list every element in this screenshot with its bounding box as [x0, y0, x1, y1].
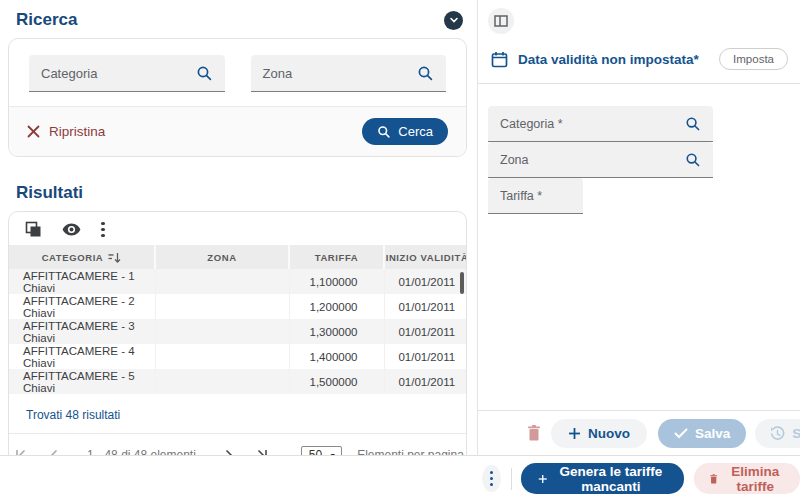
detail-tariffa-field[interactable]: Tariffa * [488, 178, 583, 214]
cell-categoria[interactable]: AFFITTACAMERE - 3 Chiavi [9, 319, 155, 344]
detail-actions-bar: Nuovo Salva Storico [478, 410, 800, 455]
results-section-header: Risultati [16, 183, 461, 203]
bottom-action-bar: Genera le tariffe mancanti Elimina tarif… [0, 455, 800, 501]
cell-inizio-validita[interactable]: 01/01/2011 [384, 344, 467, 369]
reset-label: Ripristina [49, 124, 105, 139]
validity-date-row: Data validità non impostata* Imposta [478, 48, 800, 70]
cell-categoria[interactable]: AFFITTACAMERE - 4 Chiavi [9, 344, 155, 369]
search-icon[interactable] [685, 152, 701, 168]
categoria-search-field[interactable]: Categoria [29, 55, 225, 92]
cell-zona[interactable] [155, 369, 289, 394]
divider [511, 468, 512, 490]
search-actions-row: Ripristina Cerca [9, 106, 466, 156]
check-icon [674, 428, 688, 439]
cell-categoria[interactable]: AFFITTACAMERE - 2 Chiavi [9, 294, 155, 319]
table-header-row: Categoria Zona [9, 245, 467, 269]
column-header-inizio-validita[interactable]: Inizio Validità [384, 245, 467, 269]
results-toolbar [9, 212, 466, 245]
detail-categoria-field[interactable]: Categoria * [488, 106, 713, 142]
calendar-icon [491, 51, 508, 68]
detail-tariffa-placeholder: Tariffa * [500, 189, 542, 203]
generate-button-label: Genera le tariffe mancanti [555, 464, 667, 494]
column-header-zona[interactable]: Zona [155, 245, 289, 269]
validity-date-status: Data validità non impostata* [518, 52, 709, 67]
results-title: Risultati [16, 183, 83, 203]
cell-inizio-validita[interactable]: 01/01/2011 [384, 319, 467, 344]
cell-zona[interactable] [155, 269, 289, 294]
cell-inizio-validita[interactable]: 01/01/2011 [384, 294, 467, 319]
plus-icon [568, 427, 581, 440]
column-header-categoria[interactable]: Categoria [9, 245, 155, 269]
main-area: Ricerca Categoria [0, 0, 800, 455]
search-results-column: Ricerca Categoria [0, 0, 478, 455]
categoria-placeholder: Categoria [41, 66, 97, 81]
column-header-tariffa[interactable]: Tariffa [289, 245, 384, 269]
table-row[interactable]: AFFITTACAMERE - 1 Chiavi 1,100000 01/01/… [9, 269, 467, 294]
new-button-label: Nuovo [588, 426, 630, 441]
detail-zona-field[interactable]: Zona [488, 142, 713, 178]
zona-search-field[interactable]: Zona [251, 55, 447, 92]
kebab-icon [101, 222, 105, 238]
cell-tariffa[interactable]: 1,300000 [289, 319, 384, 344]
cell-zona[interactable] [155, 344, 289, 369]
results-table: Categoria Zona [9, 245, 467, 394]
history-button[interactable]: Storico [755, 419, 800, 448]
table-row[interactable]: AFFITTACAMERE - 5 Chiavi 1,500000 01/01/… [9, 369, 467, 394]
table-row[interactable]: AFFITTACAMERE - 3 Chiavi 1,300000 01/01/… [9, 319, 467, 344]
bottom-more-options-button[interactable] [482, 465, 501, 492]
table-row[interactable]: AFFITTACAMERE - 2 Chiavi 1,200000 01/01/… [9, 294, 467, 319]
split-view-button[interactable] [488, 8, 514, 34]
delete-tariffs-button[interactable]: Elimina tariffe [694, 463, 800, 494]
search-button-label: Cerca [398, 124, 433, 139]
save-button[interactable]: Salva [658, 419, 746, 448]
cell-categoria[interactable]: AFFITTACAMERE - 1 Chiavi [9, 269, 155, 294]
search-icon[interactable] [685, 116, 701, 132]
search-card: Categoria Zona [8, 38, 467, 157]
found-results-row: Trovati 48 risultati [9, 394, 466, 434]
chevron-down-icon [449, 15, 459, 25]
cell-zona[interactable] [155, 319, 289, 344]
cell-zona[interactable] [155, 294, 289, 319]
found-results-link[interactable]: Trovati 48 risultati [26, 408, 120, 422]
cell-tariffa[interactable]: 1,400000 [289, 344, 384, 369]
cell-inizio-validita[interactable]: 01/01/2011 [384, 269, 467, 294]
generate-missing-tariffs-button[interactable]: Genera le tariffe mancanti [521, 463, 684, 494]
column-label: Categoria [42, 252, 104, 263]
eye-icon [62, 223, 81, 236]
set-date-button[interactable]: Imposta [719, 48, 788, 70]
search-fields-row: Categoria Zona [9, 39, 466, 106]
detail-fields: Categoria * Zona Tariffa * [488, 106, 800, 214]
search-icon [377, 125, 391, 139]
results-card: Categoria Zona [8, 211, 467, 477]
detail-panel-header [478, 4, 800, 34]
results-table-wrap: Categoria Zona [9, 245, 466, 394]
table-scrollbar[interactable] [460, 272, 464, 294]
divider [478, 83, 800, 84]
trash-icon [709, 471, 718, 487]
search-button[interactable]: Cerca [362, 118, 448, 145]
copy-icon [25, 221, 42, 238]
cell-inizio-validita[interactable]: 01/01/2011 [384, 369, 467, 394]
new-button[interactable]: Nuovo [551, 419, 647, 448]
search-icon[interactable] [417, 65, 434, 82]
search-icon[interactable] [196, 65, 213, 82]
more-options-button[interactable] [101, 222, 105, 238]
cell-categoria[interactable]: AFFITTACAMERE - 5 Chiavi [9, 369, 155, 394]
cell-tariffa[interactable]: 1,500000 [289, 369, 384, 394]
trash-icon [526, 424, 542, 442]
zona-placeholder: Zona [263, 66, 293, 81]
kebab-icon [490, 471, 494, 487]
detail-categoria-placeholder: Categoria * [500, 117, 563, 131]
search-section-header: Ricerca [16, 10, 461, 30]
search-title: Ricerca [16, 10, 77, 30]
cell-tariffa[interactable]: 1,100000 [289, 269, 384, 294]
cell-tariffa[interactable]: 1,200000 [289, 294, 384, 319]
delete-record-button[interactable] [526, 424, 542, 442]
clear-x-icon [27, 125, 40, 138]
visibility-button[interactable] [62, 223, 81, 236]
table-row[interactable]: AFFITTACAMERE - 4 Chiavi 1,400000 01/01/… [9, 344, 467, 369]
plus-icon [538, 472, 547, 486]
reset-button[interactable]: Ripristina [27, 124, 105, 139]
collapse-search-button[interactable] [444, 11, 463, 30]
copy-button[interactable] [25, 221, 42, 238]
